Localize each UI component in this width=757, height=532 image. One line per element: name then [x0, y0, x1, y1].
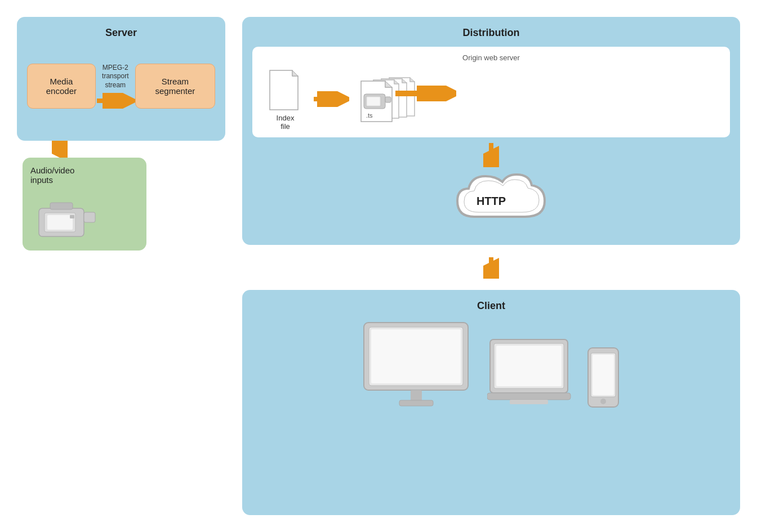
- mpeg-label: MPEG-2transportstream: [102, 64, 128, 90]
- media-encoder-label: Media encoder: [38, 77, 85, 96]
- dist-down-arrow: [252, 142, 730, 167]
- http-to-client-arrow-svg: [483, 256, 499, 279]
- server-to-dist-arrow: [394, 86, 456, 104]
- index-file-label: Indexfile: [277, 114, 295, 131]
- index-to-ts-arrow: [313, 91, 349, 107]
- monitor-svg: [361, 320, 474, 410]
- origin-inner: Indexfile: [261, 68, 721, 131]
- svg-rect-8: [50, 203, 73, 209]
- stream-segmenter-label: Stream segmenter: [146, 77, 204, 96]
- svg-rect-38: [496, 346, 562, 386]
- left-panel: Server Media encoder MPEG-2transportstre…: [17, 17, 225, 515]
- svg-rect-39: [487, 393, 571, 400]
- up-arrow-container: [52, 141, 225, 158]
- audio-video-label: Audio/videoinputs: [30, 166, 74, 185]
- svg-rect-33: [371, 329, 461, 383]
- main-layout: Server Media encoder MPEG-2transportstre…: [0, 0, 757, 532]
- svg-marker-11: [292, 70, 298, 76]
- svg-text:.ts: .ts: [366, 112, 373, 119]
- svg-rect-35: [399, 400, 433, 406]
- audio-video-section: Audio/videoinputs: [23, 158, 146, 251]
- http-cloud-area: HTTP: [252, 167, 730, 235]
- mpeg-arrow-svg: [96, 93, 135, 109]
- http-to-client-arrow: [242, 256, 740, 279]
- svg-rect-25: [385, 97, 391, 102]
- svg-rect-43: [593, 355, 614, 395]
- dist-down-arrow-svg: [483, 142, 499, 167]
- http-label: HTTP: [477, 195, 506, 208]
- svg-rect-6: [47, 215, 73, 230]
- origin-server-box: Origin web server Indexfile: [252, 47, 730, 137]
- phone-svg: [585, 345, 622, 410]
- cloud-container: HTTP: [429, 167, 553, 235]
- up-arrow-svg: [52, 141, 68, 158]
- phone-icon: [585, 345, 622, 412]
- index-file-container: Indexfile: [267, 68, 304, 131]
- distribution-section: Distribution Origin web server Indexfile: [242, 17, 740, 245]
- client-title: Client: [252, 300, 730, 312]
- server-dist-arrow-svg: [394, 86, 456, 101]
- origin-label: Origin web server: [261, 53, 721, 62]
- right-panel: Distribution Origin web server Indexfile: [242, 17, 740, 515]
- client-section: Client: [242, 290, 740, 515]
- distribution-title: Distribution: [252, 27, 730, 39]
- desktop-monitor-icon: [361, 320, 474, 412]
- server-inner: Media encoder MPEG-2transportstream: [27, 47, 215, 126]
- mpeg-arrow: MPEG-2transportstream: [96, 64, 135, 109]
- svg-rect-9: [70, 215, 74, 218]
- svg-point-44: [600, 399, 606, 404]
- svg-rect-34: [411, 390, 422, 401]
- devices-area: [252, 320, 730, 412]
- stream-segmenter-box: Stream segmenter: [135, 64, 215, 109]
- camera-svg: [36, 198, 98, 240]
- server-title: Server: [27, 27, 215, 39]
- svg-marker-21: [385, 81, 392, 87]
- laptop-icon: [487, 337, 572, 412]
- laptop-svg: [487, 337, 572, 410]
- svg-rect-24: [367, 97, 380, 105]
- svg-rect-40: [510, 400, 548, 404]
- ts-file-front: .ts: [358, 78, 397, 124]
- index-file-svg: [267, 68, 304, 113]
- media-encoder-box: Media encoder: [27, 64, 96, 109]
- camera-icon: [36, 198, 98, 243]
- server-section: Server Media encoder MPEG-2transportstre…: [17, 17, 225, 141]
- svg-rect-7: [84, 212, 95, 222]
